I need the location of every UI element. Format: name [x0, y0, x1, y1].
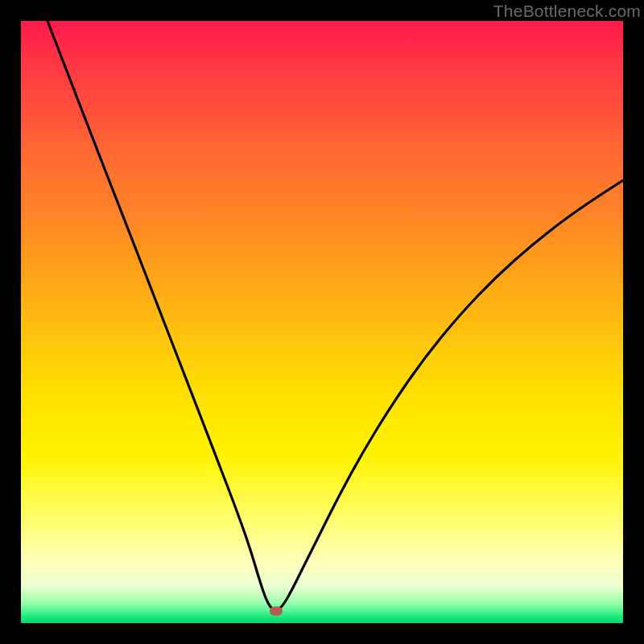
watermark-text: TheBottleneck.com	[493, 2, 641, 21]
optimal-point-marker	[270, 607, 283, 616]
bottleneck-curve	[21, 21, 623, 623]
chart-frame	[21, 21, 623, 623]
